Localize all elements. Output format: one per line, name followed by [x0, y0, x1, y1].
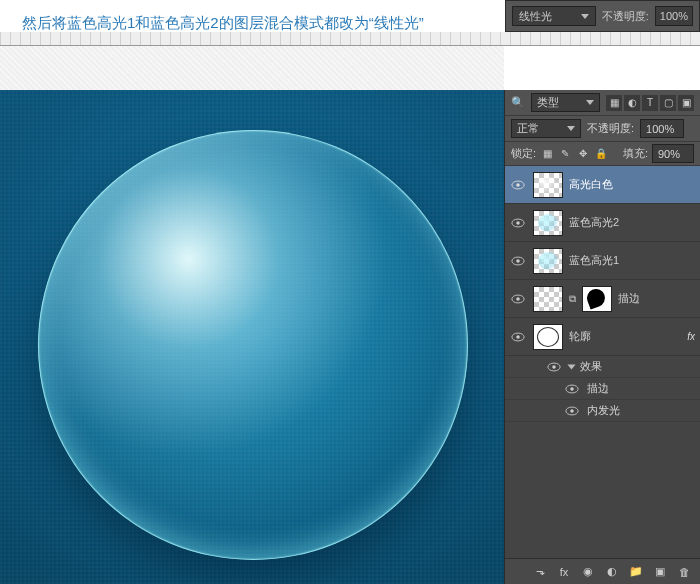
- link-layers-button[interactable]: ⬎: [532, 564, 548, 580]
- svg-point-13: [570, 387, 574, 391]
- lock-paint-icon[interactable]: ✎: [558, 147, 572, 161]
- link-icon: ⧉: [569, 293, 576, 305]
- eye-icon: [511, 180, 525, 190]
- layer-row[interactable]: ⧉ 描边: [505, 280, 700, 318]
- lock-all-icon[interactable]: 🔒: [594, 147, 608, 161]
- search-icon[interactable]: 🔍: [511, 96, 525, 109]
- visibility-toggle[interactable]: [509, 216, 527, 230]
- layer-thumbnail[interactable]: [533, 210, 563, 236]
- mask-button[interactable]: ◉: [580, 564, 596, 580]
- fx-indicator[interactable]: fx: [687, 331, 696, 342]
- svg-point-9: [516, 335, 520, 339]
- canvas[interactable]: [0, 90, 504, 584]
- effects-label: 效果: [580, 359, 602, 374]
- layer-filter-row: 🔍 类型 ▦ ◐ T ▢ ▣: [505, 90, 700, 116]
- eye-icon: [547, 362, 561, 372]
- filter-type-icon[interactable]: T: [642, 95, 658, 111]
- layer-thumbnail[interactable]: [533, 172, 563, 198]
- eye-icon: [511, 256, 525, 266]
- effect-name: 内发光: [587, 403, 620, 418]
- group-button[interactable]: 📁: [628, 564, 644, 580]
- opacity-input[interactable]: 100%: [655, 6, 693, 26]
- panel-opacity-label: 不透明度:: [587, 121, 634, 136]
- chevron-down-icon: [567, 126, 575, 131]
- blend-opacity-row: 正常 不透明度: 100%: [505, 116, 700, 142]
- ruler-horizontal: [0, 32, 700, 46]
- fill-input[interactable]: 90%: [652, 144, 694, 163]
- filter-pixel-icon[interactable]: ▦: [606, 95, 622, 111]
- layer-row[interactable]: 蓝色高光2: [505, 204, 700, 242]
- filter-icons: ▦ ◐ T ▢ ▣: [606, 95, 694, 111]
- layer-name[interactable]: 高光白色: [569, 177, 696, 192]
- svg-point-5: [516, 259, 520, 263]
- eye-icon: [565, 384, 579, 394]
- fx-button[interactable]: fx: [556, 564, 572, 580]
- fill-label: 填充:: [623, 146, 648, 161]
- document-background-strip: [0, 46, 504, 90]
- visibility-toggle[interactable]: [545, 360, 563, 374]
- adjustment-button[interactable]: ◐: [604, 564, 620, 580]
- filter-adjust-icon[interactable]: ◐: [624, 95, 640, 111]
- lock-fill-row: 锁定: ▦ ✎ ✥ 🔒 填充: 90%: [505, 142, 700, 166]
- blend-mode-dropdown[interactable]: 线性光: [512, 6, 596, 26]
- filter-smart-icon[interactable]: ▣: [678, 95, 694, 111]
- layer-row[interactable]: 高光白色: [505, 166, 700, 204]
- eye-icon: [511, 218, 525, 228]
- artwork-orb: [38, 130, 468, 560]
- svg-point-1: [516, 183, 520, 187]
- layer-thumbnail[interactable]: [533, 286, 563, 312]
- effects-header[interactable]: 效果: [505, 356, 700, 378]
- options-bar: 线性光 不透明度: 100%: [505, 0, 700, 32]
- blend-mode-value: 线性光: [519, 9, 552, 24]
- lock-label: 锁定:: [511, 146, 536, 161]
- visibility-toggle[interactable]: [563, 382, 581, 396]
- chevron-down-icon: [586, 100, 594, 105]
- layer-name[interactable]: 蓝色高光2: [569, 215, 696, 230]
- layer-thumbnail[interactable]: [533, 324, 563, 350]
- delete-button[interactable]: 🗑: [676, 564, 692, 580]
- visibility-toggle[interactable]: [509, 254, 527, 268]
- layer-row[interactable]: 轮廓 fx: [505, 318, 700, 356]
- lock-position-icon[interactable]: ✥: [576, 147, 590, 161]
- layers-panel: 🔍 类型 ▦ ◐ T ▢ ▣ 正常 不透明度: 100% 锁定: ▦ ✎ ✥ 🔒…: [504, 90, 700, 584]
- instruction-text-1: 然后将蓝色高光1和蓝色高光2的图层混合模式都改为“线性光”: [22, 14, 424, 33]
- layer-thumbnail[interactable]: [533, 248, 563, 274]
- eye-icon: [565, 406, 579, 416]
- layer-row[interactable]: 蓝色高光1: [505, 242, 700, 280]
- layers-list: 高光白色 蓝色高光2 蓝色高光1 ⧉ 描边: [505, 166, 700, 558]
- eye-icon: [511, 294, 525, 304]
- layer-name[interactable]: 轮廓: [569, 329, 681, 344]
- effect-name: 描边: [587, 381, 609, 396]
- layer-mask-thumbnail[interactable]: [582, 286, 612, 312]
- eye-icon: [511, 332, 525, 342]
- panel-opacity-input[interactable]: 100%: [640, 119, 684, 138]
- effect-item[interactable]: 描边: [505, 378, 700, 400]
- filter-shape-icon[interactable]: ▢: [660, 95, 676, 111]
- svg-point-11: [552, 365, 556, 369]
- svg-point-3: [516, 221, 520, 225]
- disclosure-triangle-icon[interactable]: [568, 364, 576, 369]
- svg-point-7: [516, 297, 520, 301]
- layer-name[interactable]: 描边: [618, 291, 696, 306]
- visibility-toggle[interactable]: [563, 404, 581, 418]
- effect-item[interactable]: 内发光: [505, 400, 700, 422]
- new-layer-button[interactable]: ▣: [652, 564, 668, 580]
- filter-type-dropdown[interactable]: 类型: [531, 93, 600, 112]
- lock-transparency-icon[interactable]: ▦: [540, 147, 554, 161]
- visibility-toggle[interactable]: [509, 330, 527, 344]
- visibility-toggle[interactable]: [509, 292, 527, 306]
- chevron-down-icon: [581, 14, 589, 19]
- opacity-label: 不透明度:: [602, 9, 649, 24]
- visibility-toggle[interactable]: [509, 178, 527, 192]
- svg-point-15: [570, 409, 574, 413]
- layers-panel-footer: ⬎ fx ◉ ◐ 📁 ▣ 🗑: [505, 558, 700, 584]
- layer-name[interactable]: 蓝色高光1: [569, 253, 696, 268]
- panel-blend-mode-dropdown[interactable]: 正常: [511, 119, 581, 138]
